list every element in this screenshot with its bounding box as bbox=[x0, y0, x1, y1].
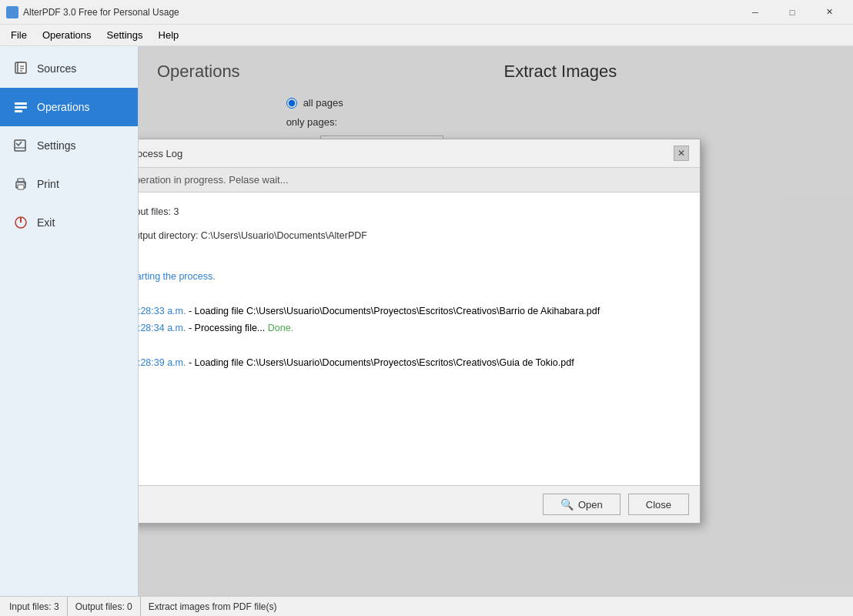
sidebar-item-print[interactable]: Print bbox=[0, 165, 138, 203]
log-done-1: Done. bbox=[268, 323, 293, 333]
app-title: AlterPDF 3.0 Free for Personal Usage bbox=[23, 7, 738, 18]
dialog-status-bar: Operation in progress. Pelase wait... bbox=[139, 168, 700, 192]
titlebar: AlterPDF 3.0 Free for Personal Usage ─ □… bbox=[0, 0, 853, 25]
status-message: Operation in progress. Pelase wait... bbox=[139, 174, 289, 186]
output-dir-info: Output directory: C:\Users\Usuario\Docum… bbox=[139, 227, 689, 245]
print-icon bbox=[12, 176, 29, 192]
svg-rect-5 bbox=[15, 102, 27, 105]
dialog-content: Input files: 3 Output directory: C:\User… bbox=[139, 192, 700, 485]
statusbar-operation: Extract images from PDF file(s) bbox=[141, 597, 285, 616]
menu-operations[interactable]: Operations bbox=[35, 27, 99, 43]
sidebar-label-operations: Operations bbox=[37, 101, 89, 113]
window-controls: ─ □ ✕ bbox=[738, 2, 847, 23]
log-entry-2: 11:28:39 a.m. - Loading file C:\Users\Us… bbox=[139, 354, 689, 372]
svg-point-13 bbox=[24, 183, 25, 185]
menu-help[interactable]: Help bbox=[151, 27, 187, 43]
main-layout: Sources Operations Settings bbox=[0, 46, 853, 596]
sidebar-item-settings[interactable]: Settings bbox=[0, 126, 138, 165]
svg-rect-1 bbox=[18, 62, 26, 73]
close-button[interactable]: Close bbox=[628, 494, 689, 515]
statusbar-input-files: Input files: 3 bbox=[9, 597, 68, 616]
log-starting-text: Starting the process. bbox=[139, 268, 689, 286]
sidebar-item-sources[interactable]: Sources bbox=[0, 49, 138, 88]
dialog-overlay: Process Log ✕ Operation in progress. Pel… bbox=[139, 46, 853, 596]
menubar: File Operations Settings Help bbox=[0, 25, 853, 46]
svg-rect-11 bbox=[18, 185, 24, 189]
log-message-2: - Loading file C:\Users\Usuario\Document… bbox=[189, 357, 574, 368]
sources-icon bbox=[12, 60, 29, 77]
minimize-button[interactable]: ─ bbox=[738, 2, 773, 23]
open-button[interactable]: 🔍 Open bbox=[543, 494, 621, 515]
sidebar-label-print: Print bbox=[37, 178, 59, 190]
exit-icon bbox=[12, 214, 29, 231]
log-message-1: - Processing file... bbox=[189, 323, 268, 333]
dialog-close-x-button[interactable]: ✕ bbox=[674, 146, 689, 161]
open-icon: 🔍 bbox=[560, 498, 574, 511]
input-files-info: Input files: 3 bbox=[139, 203, 689, 221]
svg-rect-7 bbox=[15, 110, 22, 112]
process-log-dialog: Process Log ✕ Operation in progress. Pel… bbox=[139, 139, 701, 524]
dialog-title: Process Log bbox=[139, 148, 182, 159]
operations-icon bbox=[12, 99, 29, 116]
sidebar-item-exit[interactable]: Exit bbox=[0, 203, 138, 242]
menu-file[interactable]: File bbox=[3, 27, 35, 43]
settings-icon bbox=[12, 137, 29, 154]
statusbar: Input files: 3 Output files: 0 Extract i… bbox=[0, 596, 853, 616]
app-icon bbox=[6, 6, 18, 18]
log-timestamp-1: 11:28:34 a.m. bbox=[139, 323, 186, 333]
content-area: Operations Extract Images all pages only… bbox=[139, 46, 853, 596]
log-entry-1: 11:28:34 a.m. - Processing file... Done. bbox=[139, 320, 689, 337]
log-entry-0: 11:28:33 a.m. - Loading file C:\Users\Us… bbox=[139, 303, 689, 320]
menu-settings[interactable]: Settings bbox=[99, 27, 151, 43]
maximize-button[interactable]: □ bbox=[774, 2, 810, 23]
svg-rect-6 bbox=[15, 106, 27, 109]
log-message-0: - Loading file C:\Users\Usuario\Document… bbox=[189, 306, 600, 316]
sidebar-label-sources: Sources bbox=[37, 62, 76, 75]
close-button[interactable]: ✕ bbox=[811, 2, 847, 23]
log-timestamp-0: 11:28:33 a.m. bbox=[139, 306, 186, 316]
sidebar-label-exit: Exit bbox=[37, 216, 55, 229]
svg-rect-8 bbox=[15, 140, 25, 151]
sidebar: Sources Operations Settings bbox=[0, 46, 139, 596]
sidebar-item-operations[interactable]: Operations bbox=[0, 88, 138, 126]
dialog-header: Process Log ✕ bbox=[139, 139, 700, 168]
dialog-footer: 🔍 Open Close bbox=[139, 485, 700, 523]
log-timestamp-2: 11:28:39 a.m. bbox=[139, 357, 186, 368]
sidebar-label-settings: Settings bbox=[37, 139, 76, 152]
statusbar-output-files: Output files: 0 bbox=[68, 597, 141, 616]
